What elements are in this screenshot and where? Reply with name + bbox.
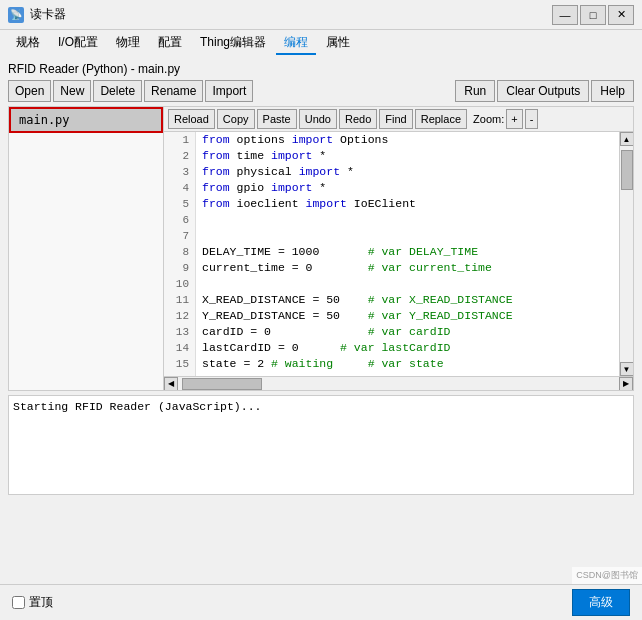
line-number: 10 (164, 276, 196, 292)
line-number: 15 (164, 356, 196, 372)
undo-button[interactable]: Undo (299, 109, 337, 129)
code-line: 10 (164, 276, 619, 292)
new-button[interactable]: New (53, 80, 91, 102)
editor-container: main.py Reload Copy Paste Undo Redo Find… (8, 106, 634, 391)
watermark: CSDN@图书馆 (572, 567, 642, 584)
line-content[interactable]: X_READ_DISTANCE = 50 # var X_READ_DISTAN… (196, 292, 513, 308)
scroll-right-arrow[interactable]: ▶ (619, 377, 633, 391)
menu-item-2[interactable]: 物理 (108, 32, 148, 55)
line-content[interactable]: from physical import * (196, 164, 354, 180)
run-button[interactable]: Run (455, 80, 495, 102)
bottom-bar: 置顶 高级 (0, 584, 642, 620)
file-item-main-py[interactable]: main.py (9, 107, 163, 133)
line-number: 14 (164, 340, 196, 356)
code-line: 5from ioeclient import IoEClient (164, 196, 619, 212)
line-number: 4 (164, 180, 196, 196)
replace-button[interactable]: Replace (415, 109, 467, 129)
line-number: 1 (164, 132, 196, 148)
scrollbar-thumb[interactable] (621, 150, 633, 190)
menu-item-1[interactable]: I/O配置 (50, 32, 106, 55)
reload-button[interactable]: Reload (168, 109, 215, 129)
menu-item-5[interactable]: 编程 (276, 32, 316, 55)
minimize-button[interactable]: — (552, 5, 578, 25)
window-title: 读卡器 (30, 6, 552, 23)
line-number: 6 (164, 212, 196, 228)
toolbar: Open New Delete Rename Import Run Clear … (8, 80, 634, 102)
horiz-thumb[interactable] (182, 378, 262, 390)
vertical-scrollbar[interactable]: ▲ ▼ (619, 132, 633, 376)
code-line: 8DELAY_TIME = 1000 # var DELAY_TIME (164, 244, 619, 260)
scroll-down-arrow[interactable]: ▼ (620, 362, 634, 376)
app-icon: 📡 (8, 7, 24, 23)
file-label: RFID Reader (Python) - main.py (8, 62, 634, 76)
title-bar: 📡 读卡器 — □ ✕ (0, 0, 642, 30)
find-button[interactable]: Find (379, 109, 412, 129)
code-toolbar: Reload Copy Paste Undo Redo Find Replace… (164, 107, 633, 132)
line-content[interactable]: from time import * (196, 148, 326, 164)
line-content[interactable] (196, 276, 202, 292)
file-sidebar: main.py (9, 107, 164, 390)
pin-label: 置顶 (29, 594, 53, 611)
advanced-button[interactable]: 高级 (572, 589, 630, 616)
line-number: 11 (164, 292, 196, 308)
line-number: 12 (164, 308, 196, 324)
menu-item-6[interactable]: 属性 (318, 32, 358, 55)
code-line: 1from options import Options (164, 132, 619, 148)
import-button[interactable]: Import (205, 80, 253, 102)
open-button[interactable]: Open (8, 80, 51, 102)
maximize-button[interactable]: □ (580, 5, 606, 25)
line-number: 5 (164, 196, 196, 212)
scroll-left-arrow[interactable]: ◀ (164, 377, 178, 391)
clear-outputs-button[interactable]: Clear Outputs (497, 80, 589, 102)
line-number: 7 (164, 228, 196, 244)
menu-item-4[interactable]: Thing编辑器 (192, 32, 274, 55)
line-number: 8 (164, 244, 196, 260)
line-content[interactable]: DELAY_TIME = 1000 # var DELAY_TIME (196, 244, 478, 260)
line-content[interactable]: Y_READ_DISTANCE = 50 # var Y_READ_DISTAN… (196, 308, 513, 324)
close-button[interactable]: ✕ (608, 5, 634, 25)
horiz-track[interactable] (178, 377, 619, 390)
code-line: 9current_time = 0 # var current_time (164, 260, 619, 276)
zoom-label: Zoom: (473, 113, 504, 125)
line-content[interactable]: current_time = 0 # var current_time (196, 260, 492, 276)
line-content[interactable]: state = 2 # waiting # var state (196, 356, 444, 372)
code-line: 13cardID = 0 # var cardID (164, 324, 619, 340)
menu-item-0[interactable]: 规格 (8, 32, 48, 55)
zoom-minus-button[interactable]: - (525, 109, 539, 129)
scroll-up-arrow[interactable]: ▲ (620, 132, 634, 146)
code-line: 12Y_READ_DISTANCE = 50 # var Y_READ_DIST… (164, 308, 619, 324)
main-content: RFID Reader (Python) - main.py Open New … (0, 56, 642, 504)
line-content[interactable] (196, 212, 202, 228)
code-line: 7 (164, 228, 619, 244)
line-number: 3 (164, 164, 196, 180)
line-content[interactable]: from options import Options (196, 132, 388, 148)
horizontal-scrollbar[interactable]: ◀ ▶ (164, 376, 633, 390)
window-controls: — □ ✕ (552, 5, 634, 25)
menu-item-3[interactable]: 配置 (150, 32, 190, 55)
editor-right: Reload Copy Paste Undo Redo Find Replace… (164, 107, 633, 390)
redo-button[interactable]: Redo (339, 109, 377, 129)
line-content[interactable] (196, 228, 202, 244)
line-content[interactable]: from ioeclient import IoEClient (196, 196, 416, 212)
code-area[interactable]: 1from options import Options2from time i… (164, 132, 619, 376)
code-line: 11X_READ_DISTANCE = 50 # var X_READ_DIST… (164, 292, 619, 308)
delete-button[interactable]: Delete (93, 80, 142, 102)
menu-bar: 规格I/O配置物理配置Thing编辑器编程属性 (0, 30, 642, 56)
zoom-plus-button[interactable]: + (506, 109, 522, 129)
code-line: 14lastCardID = 0 # var lastCardID (164, 340, 619, 356)
line-content[interactable]: cardID = 0 # var cardID (196, 324, 450, 340)
line-number: 2 (164, 148, 196, 164)
code-line: 3from physical import * (164, 164, 619, 180)
scrollbar-track[interactable] (620, 146, 633, 362)
code-line: 2from time import * (164, 148, 619, 164)
line-content[interactable]: from gpio import * (196, 180, 326, 196)
line-content[interactable]: lastCardID = 0 # var lastCardID (196, 340, 450, 356)
pin-checkbox[interactable] (12, 596, 25, 609)
line-number: 13 (164, 324, 196, 340)
output-area[interactable]: Starting RFID Reader (JavaScript)... (8, 395, 634, 495)
paste-button[interactable]: Paste (257, 109, 297, 129)
rename-button[interactable]: Rename (144, 80, 203, 102)
help-button[interactable]: Help (591, 80, 634, 102)
copy-button[interactable]: Copy (217, 109, 255, 129)
code-line: 15state = 2 # waiting # var state (164, 356, 619, 372)
